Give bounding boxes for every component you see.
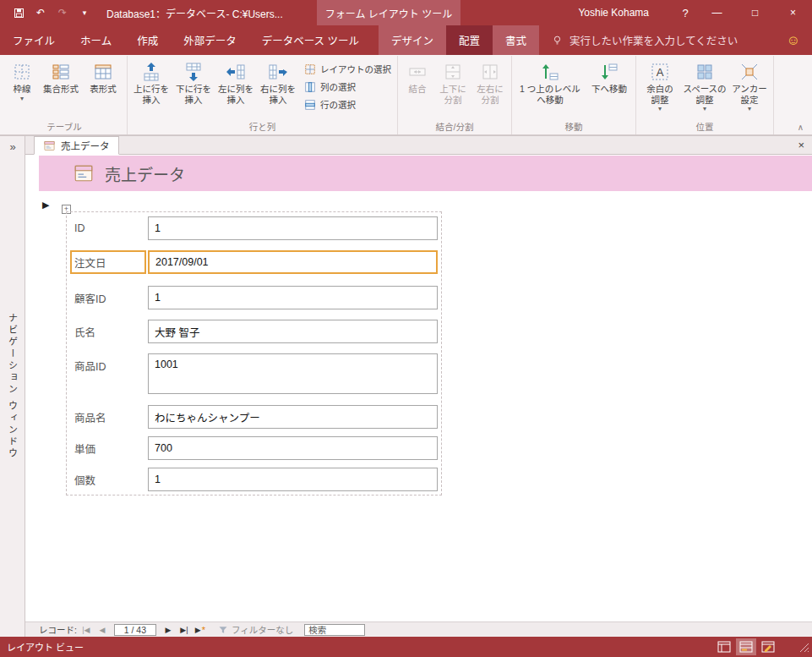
select-column-button[interactable]: 列の選択 bbox=[304, 80, 391, 93]
merge-button: 結合 bbox=[401, 56, 434, 120]
insert-row-above-button[interactable]: 上に行を 挿入 bbox=[130, 56, 172, 120]
tab-create[interactable]: 作成 bbox=[124, 25, 171, 55]
new-record-button[interactable]: ▶* bbox=[193, 623, 207, 636]
group-label-position: 位置 bbox=[639, 120, 771, 134]
tab-file[interactable]: ファイル bbox=[0, 25, 68, 55]
anchoring-icon bbox=[739, 60, 760, 84]
field-input-id[interactable]: 1 bbox=[148, 216, 438, 240]
field-label-product-name[interactable]: 商品名 bbox=[70, 405, 146, 429]
select-layout-button[interactable]: レイアウトの選択 bbox=[304, 63, 391, 75]
title-bar: ↶ ↷ ▾ Database1：データベース- C:¥Users... フォーム… bbox=[0, 0, 812, 25]
field-row-id: ID 1 bbox=[68, 216, 439, 240]
current-record-box[interactable]: 1 / 43 bbox=[114, 624, 156, 636]
tab-database-tools[interactable]: データベース ツール bbox=[249, 25, 372, 55]
move-down-button[interactable]: 下へ移動 bbox=[586, 56, 633, 120]
document-tab-bar: 売上データ × bbox=[25, 135, 812, 155]
navigation-pane-collapsed[interactable]: » ナビゲーション ウィンドウ bbox=[0, 135, 25, 637]
save-button[interactable] bbox=[12, 6, 25, 19]
form-view-button[interactable] bbox=[714, 638, 734, 655]
group-label-rows-columns: 行と列 bbox=[130, 120, 395, 134]
tabular-layout-button[interactable]: 表形式 bbox=[82, 56, 124, 120]
document-close-button[interactable]: × bbox=[798, 139, 804, 151]
tab-design[interactable]: デザイン bbox=[379, 25, 446, 55]
close-button[interactable]: × bbox=[774, 0, 812, 25]
user-account[interactable]: Yoshie Kohama bbox=[578, 7, 649, 19]
minimize-button[interactable]: — bbox=[698, 0, 736, 25]
select-layout-icon bbox=[304, 63, 316, 75]
control-padding-icon bbox=[695, 60, 715, 84]
collapse-ribbon-button[interactable]: ∧ bbox=[798, 123, 804, 132]
split-horizontally-icon bbox=[480, 60, 500, 84]
tab-format[interactable]: 書式 bbox=[493, 25, 539, 55]
ribbon: 枠線 ▾ 集合形式 表形式 テーブル 上に行を 挿入 bbox=[0, 55, 812, 135]
undo-button[interactable]: ↶ bbox=[34, 6, 47, 19]
field-input-order-date[interactable]: 2017/09/01 bbox=[148, 250, 438, 274]
search-input[interactable]: 検索 bbox=[304, 624, 365, 636]
field-label-product-id[interactable]: 商品ID bbox=[70, 353, 146, 394]
record-navigation-bar: レコード: |◀ ◀ 1 / 43 ▶ ▶| ▶* フィルターなし 検索 bbox=[25, 621, 812, 637]
field-label-name[interactable]: 氏名 bbox=[70, 320, 146, 343]
anchoring-button[interactable]: アンカー 設定 ▾ bbox=[728, 56, 771, 120]
field-row-quantity: 個数 1 bbox=[68, 468, 439, 491]
dropdown-arrow-icon: ▾ bbox=[703, 105, 706, 113]
insert-column-right-button[interactable]: 右に列を 挿入 bbox=[257, 56, 299, 120]
select-row-button[interactable]: 行の選択 bbox=[304, 98, 391, 111]
record-selector-arrow[interactable]: ▶ bbox=[42, 200, 49, 211]
field-input-product-id[interactable]: 1001 bbox=[148, 353, 438, 394]
select-row-icon bbox=[304, 99, 316, 111]
move-up-button[interactable]: 1 つ上のレベル へ移動 bbox=[515, 56, 586, 120]
field-input-unit-price[interactable]: 700 bbox=[148, 436, 438, 460]
insert-column-left-icon bbox=[226, 60, 246, 84]
tab-external-data[interactable]: 外部データ bbox=[171, 25, 249, 55]
next-record-button[interactable]: ▶ bbox=[161, 623, 175, 636]
tab-home[interactable]: ホーム bbox=[68, 25, 124, 55]
control-padding-button[interactable]: スペースの 調整 ▾ bbox=[681, 56, 728, 120]
filter-status[interactable]: フィルターなし bbox=[218, 623, 293, 636]
select-column-icon bbox=[304, 81, 316, 93]
feedback-smiley-button[interactable]: ☺ bbox=[787, 25, 800, 55]
design-view-button[interactable] bbox=[758, 638, 778, 655]
previous-record-button[interactable]: ◀ bbox=[95, 623, 109, 636]
nav-pane-title: ナビゲーション ウィンドウ bbox=[6, 313, 19, 460]
field-input-name[interactable]: 大野 智子 bbox=[148, 320, 438, 343]
record-nav-label: レコード: bbox=[39, 623, 77, 636]
field-row-order-date: 注文日 2017/09/01 bbox=[68, 250, 439, 274]
field-label-unit-price[interactable]: 単価 bbox=[70, 436, 146, 460]
window-title: Database1：データベース- C:¥Users... bbox=[106, 6, 283, 20]
control-margins-button[interactable]: 余白の 調整 ▾ bbox=[639, 56, 681, 120]
ribbon-group-position: 余白の 調整 ▾ スペースの 調整 ▾ アンカー 設定 ▾ 位置 bbox=[636, 56, 774, 134]
gridlines-button[interactable]: 枠線 ▾ bbox=[4, 56, 40, 120]
dropdown-arrow-icon: ▾ bbox=[748, 105, 751, 113]
field-input-quantity[interactable]: 1 bbox=[148, 468, 438, 491]
field-label-quantity[interactable]: 個数 bbox=[70, 468, 146, 491]
document-tab-sales-data[interactable]: 売上データ bbox=[34, 136, 119, 155]
insert-column-left-button[interactable]: 左に列を 挿入 bbox=[215, 56, 257, 120]
control-margins-icon bbox=[650, 60, 670, 84]
field-label-order-date[interactable]: 注文日 bbox=[70, 250, 146, 274]
status-bar: レイアウト ビュー bbox=[0, 637, 812, 657]
first-record-button[interactable]: |◀ bbox=[79, 623, 93, 636]
new-record-star-icon: * bbox=[202, 625, 205, 635]
field-label-customer-id[interactable]: 顧客ID bbox=[70, 286, 146, 309]
insert-row-below-button[interactable]: 下に行を 挿入 bbox=[172, 56, 215, 120]
split-vertically-icon bbox=[443, 60, 463, 84]
redo-button[interactable]: ↷ bbox=[56, 6, 69, 19]
tell-me-box[interactable]: 実行したい作業を入力してください bbox=[551, 25, 738, 55]
ribbon-tab-bar: ファイル ホーム 作成 外部データ データベース ツール デザイン 配置 書式 … bbox=[0, 25, 812, 55]
resize-grip[interactable] bbox=[799, 643, 809, 654]
last-record-button[interactable]: ▶| bbox=[177, 623, 191, 636]
qat-customize-button[interactable]: ▾ bbox=[78, 6, 91, 19]
form-header[interactable]: 売上データ bbox=[39, 156, 812, 191]
layout-view-button[interactable] bbox=[736, 638, 756, 655]
maximize-button[interactable]: □ bbox=[736, 0, 774, 25]
field-input-product-name[interactable]: わにちゃんシャンプー bbox=[148, 405, 438, 429]
help-button[interactable]: ? bbox=[673, 7, 698, 19]
tab-arrange[interactable]: 配置 bbox=[446, 25, 493, 55]
stacked-layout-button[interactable]: 集合形式 bbox=[40, 56, 82, 120]
field-input-customer-id[interactable]: 1 bbox=[148, 286, 438, 309]
expand-nav-pane-button[interactable]: » bbox=[0, 140, 25, 153]
control-layout-grid[interactable]: ID 1 注文日 2017/09/01 顧客ID 1 氏名 大野 智子 商品ID… bbox=[66, 211, 442, 495]
field-label-id[interactable]: ID bbox=[70, 216, 146, 240]
quick-access-toolbar: ↶ ↷ ▾ bbox=[0, 6, 91, 19]
insert-column-right-icon bbox=[268, 60, 288, 84]
